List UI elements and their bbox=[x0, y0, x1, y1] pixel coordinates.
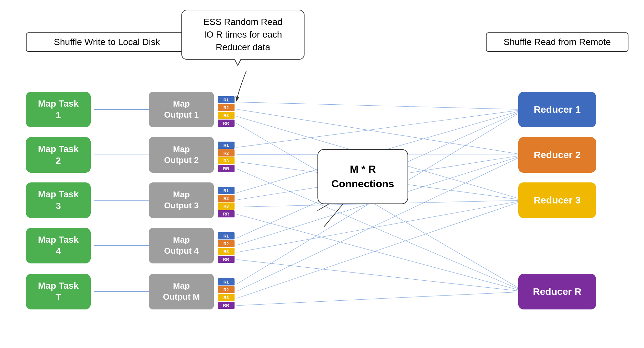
map-task-T: Map Task T bbox=[26, 274, 91, 309]
map-output-2: Map Output 2 bbox=[149, 137, 214, 173]
part-r1-mo2: R1 bbox=[218, 142, 235, 149]
reducer-3: Reducer 3 bbox=[518, 182, 596, 218]
part-r2-mo4: R2 bbox=[218, 240, 235, 247]
svg-line-6 bbox=[236, 109, 525, 155]
part-r1-mo3: R1 bbox=[218, 187, 235, 194]
part-r1-moM: R1 bbox=[218, 278, 235, 285]
reducer-R: Reducer R bbox=[518, 274, 596, 309]
svg-line-8 bbox=[236, 123, 525, 292]
svg-line-24 bbox=[236, 292, 525, 306]
shuffle-write-label: Shuffle Write to Local Disk bbox=[26, 32, 188, 52]
partitions-mo3: R1 R2 R3 RR bbox=[218, 187, 235, 217]
part-r2-moM: R2 bbox=[218, 286, 235, 293]
partitions-mo2: R1 R2 R3 RR bbox=[218, 142, 235, 172]
svg-line-5 bbox=[236, 102, 525, 110]
map-output-3: Map Output 3 bbox=[149, 182, 214, 218]
reducer-1: Reducer 1 bbox=[518, 92, 596, 127]
map-task-3: Map Task 3 bbox=[26, 182, 91, 218]
diagram-container: Shuffle Write to Local Disk Shuffle Read… bbox=[0, 0, 644, 348]
partitions-moM: R1 R2 R3 RR bbox=[218, 278, 235, 309]
svg-line-9 bbox=[236, 110, 525, 147]
map-output-4: Map Output 4 bbox=[149, 228, 214, 263]
part-r3-mo1: R3 bbox=[218, 112, 235, 119]
partitions-mo4: R1 R2 R3 RR bbox=[218, 232, 235, 263]
part-r3-mo3: R3 bbox=[218, 203, 235, 210]
part-r2-mo1: R2 bbox=[218, 104, 235, 111]
part-rr-mo2: RR bbox=[218, 165, 235, 172]
map-task-4: Map Task 4 bbox=[26, 228, 91, 263]
part-r1-mo1: R1 bbox=[218, 96, 235, 103]
map-task-1: Map Task 1 bbox=[26, 92, 91, 127]
part-r2-mo3: R2 bbox=[218, 195, 235, 202]
part-rr-mo3: RR bbox=[218, 210, 235, 217]
map-output-M: Map Output M bbox=[149, 274, 214, 309]
part-r2-mo2: R2 bbox=[218, 149, 235, 157]
shuffle-read-label: Shuffle Read from Remote bbox=[486, 32, 628, 52]
part-r3-mo2: R3 bbox=[218, 157, 235, 164]
ess-callout: ESS Random ReadIO R times for eachReduce… bbox=[181, 10, 305, 60]
svg-line-20 bbox=[236, 260, 525, 292]
map-output-1: Map Output 1 bbox=[149, 92, 214, 127]
mr-connections-callout: M * RConnections bbox=[317, 149, 408, 204]
svg-line-23 bbox=[236, 200, 525, 298]
part-r1-mo4: R1 bbox=[218, 232, 235, 239]
map-task-2: Map Task 2 bbox=[26, 137, 91, 173]
part-r3-mo4: R3 bbox=[218, 248, 235, 255]
svg-line-16 bbox=[236, 214, 525, 292]
part-rr-mo4: RR bbox=[218, 256, 235, 263]
partitions-mo1: R1 R2 R3 RR bbox=[218, 96, 235, 127]
part-rr-mo1: RR bbox=[218, 120, 235, 127]
svg-line-19 bbox=[236, 200, 525, 252]
part-r3-moM: R3 bbox=[218, 294, 235, 301]
reducer-2: Reducer 2 bbox=[518, 137, 596, 173]
part-rr-moM: RR bbox=[218, 302, 235, 309]
